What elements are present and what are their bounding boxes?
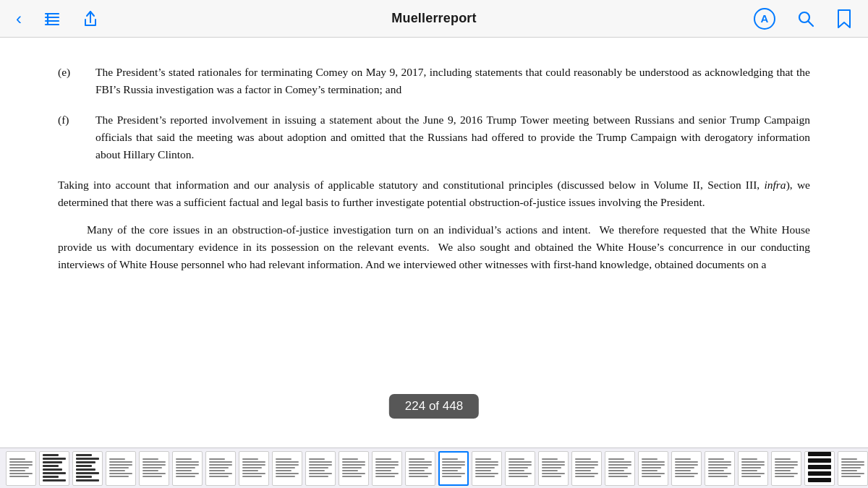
thumbnail-9[interactable] (305, 451, 336, 486)
thumbnail-19[interactable] (638, 451, 668, 486)
doc-page: (e) The President’s stated rationales fo… (0, 38, 868, 298)
share-button[interactable] (80, 7, 101, 31)
toolbar-left: ‹ (13, 6, 129, 32)
item-f-label: (f) (58, 111, 95, 129)
list-item-e: (e) The President’s stated rationales fo… (58, 64, 810, 98)
bookmark-icon (836, 9, 852, 29)
thumbnail-0[interactable] (6, 451, 36, 486)
svg-line-7 (809, 21, 814, 26)
annotate-button[interactable]: A (751, 5, 778, 33)
paragraph-2-text: Many of the core issues in an obstructio… (58, 223, 810, 270)
thumbnail-15[interactable] (505, 451, 535, 486)
annotate-icon: A (754, 8, 775, 30)
thumbnail-12[interactable] (405, 451, 435, 486)
back-icon: ‹ (16, 9, 22, 29)
toolbar-right: A (739, 5, 855, 33)
share-icon (82, 9, 98, 28)
thumbnail-21[interactable] (705, 451, 735, 486)
thumbnail-4[interactable] (139, 451, 169, 486)
thumbnail-14[interactable] (472, 451, 502, 486)
back-button[interactable]: ‹ (13, 6, 25, 32)
thumbnail-6[interactable] (205, 451, 236, 486)
thumbnail-20[interactable] (671, 451, 702, 486)
search-button[interactable] (794, 7, 817, 30)
item-e-label: (e) (58, 64, 95, 81)
thumbnail-8[interactable] (272, 451, 302, 486)
item-e-text: The President’s stated rationales for te… (95, 64, 810, 98)
list-item-f: (f) The President’s reported involvement… (58, 111, 810, 163)
page-indicator-text: 224 of 448 (405, 399, 463, 413)
thumbnail-13[interactable] (438, 451, 469, 486)
list-button[interactable] (41, 9, 64, 29)
document-content: (e) The President’s stated rationales fo… (0, 38, 868, 448)
paragraph-1: Taking into account that information and… (58, 176, 810, 211)
page-indicator: 224 of 448 (389, 394, 479, 419)
paragraph-1-text: Taking into account that information and… (58, 179, 810, 208)
paragraph-2: Many of the core issues in an obstructio… (58, 221, 810, 273)
search-icon (797, 10, 814, 27)
list-icon (43, 12, 61, 26)
thumbnail-24[interactable] (804, 451, 835, 486)
thumbnail-17[interactable] (571, 451, 602, 486)
thumbnail-16[interactable] (538, 451, 569, 486)
thumbnail-18[interactable] (605, 451, 635, 486)
thumbnail-10[interactable] (339, 451, 369, 486)
thumbnail-25[interactable] (838, 451, 868, 486)
thumbnail-2[interactable] (72, 451, 103, 486)
thumbnail-5[interactable] (172, 451, 203, 486)
thumbnail-strip[interactable] (0, 448, 868, 488)
thumbnail-1[interactable] (39, 451, 69, 486)
toolbar: ‹ Muellerreport A (0, 0, 868, 38)
thumbnail-7[interactable] (239, 451, 269, 486)
thumbnail-11[interactable] (372, 451, 402, 486)
document-title: Muellerreport (129, 11, 739, 26)
thumbnail-22[interactable] (738, 451, 768, 486)
item-f-text: The President’s reported involvement in … (95, 111, 810, 163)
bookmark-button[interactable] (833, 6, 855, 32)
thumbnail-23[interactable] (771, 451, 801, 486)
thumbnail-3[interactable] (106, 451, 136, 486)
